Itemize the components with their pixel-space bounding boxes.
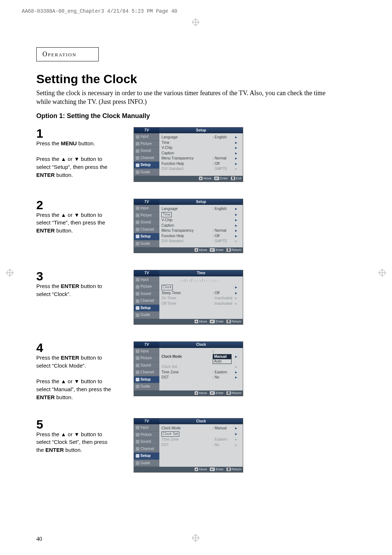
- osd-panel: - - / - - / - - - - / - - : - - - -Clock…: [159, 276, 243, 319]
- chevron-right-icon: ▸: [235, 301, 237, 306]
- step-number: 5: [36, 418, 123, 430]
- osd-menu-row[interactable]: Clock Mode: ManualAuto▸: [162, 349, 237, 365]
- osd-menu-title: Setup: [159, 199, 243, 205]
- registration-mark-icon: [192, 534, 200, 542]
- chevron-right-icon: ▸: [235, 162, 237, 166]
- osd-menu-row[interactable]: Caption▸: [162, 151, 237, 156]
- osd-menu-row[interactable]: Clock Set▸: [162, 431, 237, 437]
- osd-menu-row[interactable]: Sleep Timer: Off▸: [162, 291, 237, 296]
- osd-menu-row[interactable]: Menu Transparency: Normal▸: [162, 228, 237, 234]
- osd-menu-row[interactable]: Clock▸: [162, 284, 237, 291]
- osd-menu-title: Setup: [159, 127, 243, 134]
- osd-menu-row[interactable]: Time Zone: Eastern▸: [162, 437, 237, 442]
- osd-tab-setup[interactable]: Setup: [134, 453, 159, 460]
- osd-tab-guide[interactable]: Guide: [134, 312, 159, 319]
- osd-tab-sound[interactable]: Sound: [134, 438, 159, 446]
- osd-tab-icon: [136, 299, 139, 303]
- osd-tab-input[interactable]: Input: [134, 348, 159, 355]
- osd-tab-sound[interactable]: Sound: [134, 362, 159, 369]
- osd-tab-channel[interactable]: Channel: [134, 297, 159, 305]
- osd-menu-row[interactable]: DST: No▸: [162, 442, 237, 448]
- step: 4 Press the ENTER button to select “Cloc…: [36, 341, 356, 401]
- osd-menu-row[interactable]: DVI Standard: SMPTE▸: [162, 239, 237, 244]
- chevron-right-icon: ▸: [235, 223, 237, 228]
- osd-tab-icon: [136, 454, 139, 458]
- osd-tab-guide[interactable]: Guide: [134, 383, 159, 390]
- osd-tab-strip: InputPictureSoundChannelSetupGuide: [134, 424, 159, 467]
- osd-tab-picture[interactable]: Picture: [134, 141, 159, 148]
- osd-footer: ♦Move ↵Enter ⅢReturn: [134, 467, 243, 472]
- chevron-right-icon: ▸: [235, 432, 237, 437]
- osd-menu-row[interactable]: Clock Set▸: [162, 364, 237, 370]
- chevron-right-icon: ▸: [235, 167, 237, 171]
- step-instruction: Press the ▲ or ▼ button to select “Clock…: [36, 430, 113, 454]
- osd-screenshot: TVClock InputPictureSoundChannelSetupGui…: [134, 341, 243, 396]
- osd-menu-row[interactable]: DVI Standard: SMPTE▸: [162, 166, 237, 172]
- osd-menu-row[interactable]: Time▸: [162, 140, 237, 146]
- osd-tab-guide[interactable]: Guide: [134, 460, 159, 467]
- osd-tab-channel[interactable]: Channel: [134, 226, 159, 234]
- osd-menu-row[interactable]: Menu Transparency: Normal▸: [162, 156, 237, 161]
- osd-tab-setup[interactable]: Setup: [134, 233, 159, 240]
- osd-tab-picture[interactable]: Picture: [134, 212, 159, 219]
- osd-tab-picture[interactable]: Picture: [134, 432, 159, 439]
- chevron-right-icon: ▸: [235, 355, 237, 359]
- osd-tab-input[interactable]: Input: [134, 205, 159, 212]
- osd-tab-sound[interactable]: Sound: [134, 219, 159, 226]
- osd-menu-row[interactable]: Language: English▸: [162, 135, 237, 140]
- chevron-right-icon: ▸: [235, 239, 237, 244]
- osd-tab-icon: [136, 461, 139, 465]
- osd-footer: ♦Move ↵Enter ⅢReturn: [134, 319, 243, 324]
- osd-tab-icon: [136, 135, 139, 139]
- osd-tab-input[interactable]: Input: [134, 276, 159, 284]
- osd-tab-picture[interactable]: Picture: [134, 355, 159, 362]
- osd-menu-row[interactable]: Function Help: Off▸: [162, 161, 237, 167]
- step-instruction: Press the MENU button.Press the ▲ or ▼ b…: [36, 139, 113, 179]
- osd-tab-sound[interactable]: Sound: [134, 291, 159, 298]
- osd-menu-row[interactable]: On Timer: Inactivated▸: [162, 296, 237, 301]
- osd-tab-picture[interactable]: Picture: [134, 283, 159, 291]
- osd-menu-title: Time: [159, 270, 243, 276]
- osd-menu-row[interactable]: Off Timer: Inactivated▸: [162, 301, 237, 307]
- osd-tab-sound[interactable]: Sound: [134, 147, 159, 155]
- osd-menu-row[interactable]: V-Chip▸: [162, 218, 237, 223]
- osd-menu-row[interactable]: Time▸: [162, 212, 237, 218]
- osd-tab-strip: InputPictureSoundChannelSetupGuide: [134, 276, 159, 319]
- osd-tab-channel[interactable]: Channel: [134, 446, 159, 453]
- osd-tab-icon: [136, 378, 139, 381]
- osd-menu-row[interactable]: Language: English▸: [162, 206, 237, 212]
- osd-tab-setup[interactable]: Setup: [134, 162, 159, 169]
- osd-tab-guide[interactable]: Guide: [134, 169, 159, 176]
- osd-tab-icon: [136, 447, 139, 451]
- osd-panel: Clock Mode: ManualAuto▸Clock Set▸Time Zo…: [159, 348, 243, 390]
- osd-tab-guide[interactable]: Guide: [134, 240, 159, 248]
- osd-tab-input[interactable]: Input: [134, 424, 159, 432]
- osd-menu-row[interactable]: Time Zone: Eastern▸: [162, 370, 237, 375]
- step: 1 Press the MENU button.Press the ▲ or ▼…: [36, 127, 356, 182]
- osd-tab-icon: [136, 242, 139, 246]
- osd-tab-strip: InputPictureSoundChannelSetupGuide: [134, 348, 159, 390]
- osd-tab-input[interactable]: Input: [134, 133, 159, 141]
- osd-tab-icon: [136, 385, 139, 388]
- step-instruction: Press the ENTER button to select “Clock …: [36, 354, 113, 401]
- osd-tab-channel[interactable]: Channel: [134, 369, 159, 376]
- registration-mark-icon: [378, 269, 386, 277]
- osd-menu-row[interactable]: DST: No▸: [162, 375, 237, 380]
- osd-menu-row[interactable]: Clock Mode: Manual▸: [162, 426, 237, 431]
- osd-tab-channel[interactable]: Channel: [134, 155, 159, 162]
- osd-tab-setup[interactable]: Setup: [134, 305, 159, 312]
- osd-menu-row[interactable]: Caption▸: [162, 223, 237, 228]
- osd-menu-row[interactable]: Function Help: Off▸: [162, 234, 237, 239]
- step-osd-wrap: TVSetup InputPictureSoundChannelSetupGui…: [134, 199, 243, 254]
- osd-tab-icon: [136, 149, 139, 153]
- osd-menu-title: Clock: [159, 418, 243, 425]
- osd-tab-icon: [136, 364, 139, 367]
- osd-tab-icon: [136, 356, 139, 360]
- osd-tab-strip: InputPictureSoundChannelSetupGuide: [134, 205, 159, 247]
- chevron-right-icon: ▸: [235, 443, 237, 447]
- osd-menu-row[interactable]: V-Chip▸: [162, 145, 237, 151]
- step-instruction: Press the ▲ or ▼ button to select “Time”…: [36, 211, 113, 235]
- osd-panel: Language: English▸Time▸V-Chip▸Caption▸Me…: [159, 133, 243, 176]
- osd-tab-setup[interactable]: Setup: [134, 376, 159, 384]
- osd-tab-icon: [136, 440, 139, 443]
